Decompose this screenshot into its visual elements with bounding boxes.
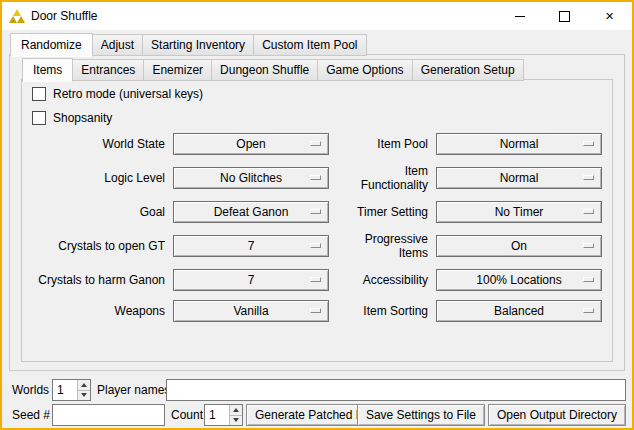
accessibility-value: 100% Locations <box>476 273 561 287</box>
shopsanity-checkbox[interactable]: Shopsanity <box>32 111 112 125</box>
timer-setting-label: Timer Setting <box>335 205 430 219</box>
count-label: Count <box>171 404 203 426</box>
crystals-ganon-value: 7 <box>248 273 255 287</box>
logic-level-dropdown[interactable]: No Glitches <box>173 167 329 189</box>
count-spinner[interactable] <box>204 404 243 426</box>
shopsanity-label: Shopsanity <box>53 111 112 125</box>
tab-enemizer[interactable]: Enemizer <box>143 59 212 81</box>
arrow-up-icon <box>233 408 239 412</box>
retro-mode-label: Retro mode (universal keys) <box>53 87 203 101</box>
minimize-icon <box>515 16 525 17</box>
app-window: Door Shuffle ✕ Randomize Adjust Starting… <box>0 0 634 430</box>
progressive-items-value: On <box>511 239 527 253</box>
item-sorting-dropdown[interactable]: Balanced <box>436 300 602 322</box>
maximize-icon <box>559 11 570 22</box>
dropdown-indicator-icon <box>583 243 594 248</box>
worlds-label: Worlds <box>12 379 49 401</box>
seed-input[interactable] <box>52 404 165 426</box>
tab-items[interactable]: Items <box>22 58 73 82</box>
item-sorting-label: Item Sorting <box>335 304 430 318</box>
tab-randomize[interactable]: Randomize <box>10 33 93 57</box>
goal-label: Goal <box>26 205 167 219</box>
open-output-directory-button[interactable]: Open Output Directory <box>488 404 626 426</box>
tab-generation-setup[interactable]: Generation Setup <box>412 59 524 81</box>
logic-level-value: No Glitches <box>220 171 282 185</box>
player-names-input[interactable] <box>166 379 626 401</box>
maximize-button[interactable] <box>542 2 587 30</box>
item-functionality-dropdown[interactable]: Normal <box>436 167 602 189</box>
progressive-items-dropdown[interactable]: On <box>436 235 602 257</box>
goal-dropdown[interactable]: Defeat Ganon <box>173 201 329 223</box>
item-pool-value: Normal <box>500 137 539 151</box>
goal-value: Defeat Ganon <box>214 205 289 219</box>
dropdown-indicator-icon <box>583 141 594 146</box>
crystals-gt-label: Crystals to open GT <box>26 239 167 253</box>
world-state-label: World State <box>26 137 167 151</box>
checkbox-icon[interactable] <box>32 87 46 101</box>
bottom-right-buttons: Save Settings to File Open Output Direct… <box>357 404 626 426</box>
timer-setting-value: No Timer <box>495 205 544 219</box>
timer-setting-dropdown[interactable]: No Timer <box>436 201 602 223</box>
arrow-down-icon <box>81 393 87 397</box>
crystals-gt-dropdown[interactable]: 7 <box>173 235 329 257</box>
crystals-gt-value: 7 <box>248 239 255 253</box>
spinner-arrows <box>229 405 242 425</box>
retro-mode-checkbox[interactable]: Retro mode (universal keys) <box>32 87 203 101</box>
tab-starting-inventory[interactable]: Starting Inventory <box>142 34 254 56</box>
spinner-arrows <box>77 380 90 400</box>
main-tab-bar: Randomize Adjust Starting Inventory Cust… <box>10 33 366 56</box>
worlds-input[interactable] <box>53 380 77 400</box>
weapons-label: Weapons <box>26 304 167 318</box>
tab-game-options[interactable]: Game Options <box>317 59 412 81</box>
minimize-button[interactable] <box>497 2 542 30</box>
tab-adjust[interactable]: Adjust <box>92 34 143 56</box>
count-increment-button[interactable] <box>230 405 242 416</box>
save-settings-button[interactable]: Save Settings to File <box>357 404 485 426</box>
seed-label: Seed # <box>12 404 50 426</box>
item-functionality-label: Item Functionality <box>335 164 430 192</box>
logic-level-label: Logic Level <box>26 171 167 185</box>
dropdown-indicator-icon <box>310 209 321 214</box>
close-button[interactable]: ✕ <box>587 2 632 30</box>
checkbox-icon[interactable] <box>32 111 46 125</box>
world-state-value: Open <box>236 137 265 151</box>
close-icon: ✕ <box>605 11 614 22</box>
worlds-increment-button[interactable] <box>78 380 90 391</box>
item-sorting-value: Balanced <box>494 304 544 318</box>
tab-entrances[interactable]: Entrances <box>72 59 144 81</box>
sub-tab-bar: Items Entrances Enemizer Dungeon Shuffle… <box>22 58 523 81</box>
options-grid: World State Open Item Pool Normal Logic … <box>26 133 602 322</box>
item-pool-label: Item Pool <box>335 137 430 151</box>
app-icon <box>9 8 25 24</box>
count-decrement-button[interactable] <box>230 416 242 426</box>
crystals-ganon-label: Crystals to harm Ganon <box>26 273 167 287</box>
dropdown-indicator-icon <box>583 209 594 214</box>
dropdown-indicator-icon <box>583 175 594 180</box>
worlds-spinner[interactable] <box>52 379 91 401</box>
player-names-label: Player names <box>97 379 170 401</box>
dropdown-indicator-icon <box>583 277 594 282</box>
crystals-ganon-dropdown[interactable]: 7 <box>173 269 329 291</box>
weapons-value: Vanilla <box>233 304 268 318</box>
item-pool-dropdown[interactable]: Normal <box>436 133 602 155</box>
count-input[interactable] <box>205 405 229 425</box>
dropdown-indicator-icon <box>583 308 594 313</box>
tab-custom-item-pool[interactable]: Custom Item Pool <box>253 34 366 56</box>
titlebar: Door Shuffle ✕ <box>2 2 632 30</box>
item-functionality-value: Normal <box>500 171 539 185</box>
dropdown-indicator-icon <box>310 243 321 248</box>
window-controls: ✕ <box>497 2 632 30</box>
dropdown-indicator-icon <box>310 308 321 313</box>
window-title: Door Shuffle <box>31 9 98 23</box>
worlds-decrement-button[interactable] <box>78 391 90 401</box>
accessibility-label: Accessibility <box>335 273 430 287</box>
dropdown-indicator-icon <box>310 277 321 282</box>
dropdown-indicator-icon <box>310 175 321 180</box>
arrow-up-icon <box>81 383 87 387</box>
weapons-dropdown[interactable]: Vanilla <box>173 300 329 322</box>
world-state-dropdown[interactable]: Open <box>173 133 329 155</box>
dropdown-indicator-icon <box>310 141 321 146</box>
tab-dungeon-shuffle[interactable]: Dungeon Shuffle <box>211 59 318 81</box>
arrow-down-icon <box>233 418 239 422</box>
accessibility-dropdown[interactable]: 100% Locations <box>436 269 602 291</box>
